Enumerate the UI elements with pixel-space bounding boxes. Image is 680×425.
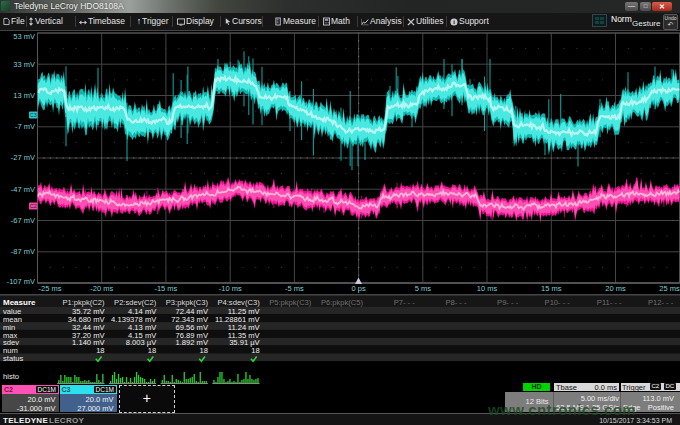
svg-text:P2:sdev(C2): P2:sdev(C2) — [114, 298, 157, 307]
svg-text:C3: C3 — [30, 112, 37, 118]
svg-text:value: value — [3, 307, 21, 316]
svg-text:72.44 mV: 72.44 mV — [175, 307, 208, 316]
svg-text:8.003 µV: 8.003 µV — [126, 338, 157, 347]
svg-text:69.56 mV: 69.56 mV — [175, 323, 208, 332]
svg-text:-87 mV: -87 mV — [11, 247, 35, 256]
svg-text:20 ms: 20 ms — [605, 284, 626, 293]
svg-text:25 ms: 25 ms — [659, 284, 680, 293]
svg-text:P5:pkpk(C3): P5:pkpk(C3) — [269, 298, 312, 307]
svg-text:P9- - -: P9- - - — [497, 298, 519, 307]
svg-text:1.892 mV: 1.892 mV — [175, 338, 208, 347]
svg-text:18: 18 — [148, 346, 156, 355]
svg-text:35.72 mV: 35.72 mV — [72, 307, 105, 316]
svg-text:-20 ms: -20 ms — [90, 284, 113, 293]
svg-text:-25 ms: -25 ms — [39, 284, 62, 293]
svg-text:4.15 mV: 4.15 mV — [128, 331, 157, 340]
svg-text:min: min — [3, 323, 15, 332]
svg-text:18: 18 — [96, 346, 104, 355]
svg-text:4.14 mV: 4.14 mV — [128, 307, 157, 316]
svg-text:histo: histo — [3, 372, 19, 381]
svg-text:mean: mean — [3, 315, 22, 324]
svg-text:C2: C2 — [30, 203, 37, 209]
svg-text:53 mV: 53 mV — [13, 32, 35, 41]
svg-text:P4:sdev(C3): P4:sdev(C3) — [217, 298, 260, 307]
svg-text:1.140 mV: 1.140 mV — [72, 338, 105, 347]
svg-text:4.13 mV: 4.13 mV — [128, 323, 157, 332]
svg-text:11.25 mV: 11.25 mV — [228, 307, 261, 316]
svg-text:10 ms: 10 ms — [477, 284, 498, 293]
svg-text:35.91 µV: 35.91 µV — [229, 338, 260, 347]
svg-text:18: 18 — [251, 346, 259, 355]
svg-text:-47 mV: -47 mV — [11, 185, 35, 194]
svg-text:15 ms: 15 ms — [541, 284, 562, 293]
svg-text:13 mV: 13 mV — [13, 91, 35, 100]
svg-text:P8- - -: P8- - - — [445, 298, 467, 307]
svg-text:P6:pkpk(C5): P6:pkpk(C5) — [321, 298, 364, 307]
svg-text:P3:pkpk(C3): P3:pkpk(C3) — [166, 298, 209, 307]
svg-text:num: num — [3, 346, 18, 355]
svg-text:status: status — [3, 354, 23, 363]
svg-text:32.44 mV: 32.44 mV — [72, 323, 105, 332]
svg-text:11.24 mV: 11.24 mV — [228, 323, 261, 332]
svg-text:18: 18 — [200, 346, 208, 355]
svg-text:11.28861 mV: 11.28861 mV — [215, 315, 261, 324]
svg-text:72.343 mV: 72.343 mV — [171, 315, 209, 324]
svg-text:-10 ms: -10 ms — [219, 284, 242, 293]
svg-text:-107 mV: -107 mV — [7, 277, 35, 286]
svg-text:P12- - -: P12- - - — [648, 298, 674, 307]
svg-text:sdev: sdev — [3, 338, 19, 347]
svg-text:P11- - -: P11- - - — [597, 298, 622, 307]
svg-text:11.35 mV: 11.35 mV — [228, 331, 261, 340]
svg-text:-67 mV: -67 mV — [11, 216, 35, 225]
svg-text:5 ms: 5 ms — [415, 284, 432, 293]
svg-text:34.680 mV: 34.680 mV — [68, 315, 106, 324]
svg-text:P1:pkpk(C2): P1:pkpk(C2) — [62, 298, 105, 307]
svg-text:-5 ms: -5 ms — [285, 284, 304, 293]
svg-text:76.89 mV: 76.89 mV — [175, 331, 208, 340]
svg-text:-27 mV: -27 mV — [11, 153, 35, 162]
svg-text:Measure: Measure — [3, 298, 36, 307]
svg-text:max: max — [3, 331, 18, 340]
svg-text:P7- - -: P7- - - — [394, 298, 416, 307]
svg-text:0 ps: 0 ps — [352, 284, 366, 293]
svg-text:-7 mV: -7 mV — [15, 122, 35, 131]
svg-text:37.20 mV: 37.20 mV — [72, 331, 105, 340]
svg-text:P10- - -: P10- - - — [545, 298, 571, 307]
svg-text:33 mV: 33 mV — [13, 60, 35, 69]
svg-text:-15 ms: -15 ms — [154, 284, 177, 293]
svg-text:4.139378 mV: 4.139378 mV — [111, 315, 157, 324]
